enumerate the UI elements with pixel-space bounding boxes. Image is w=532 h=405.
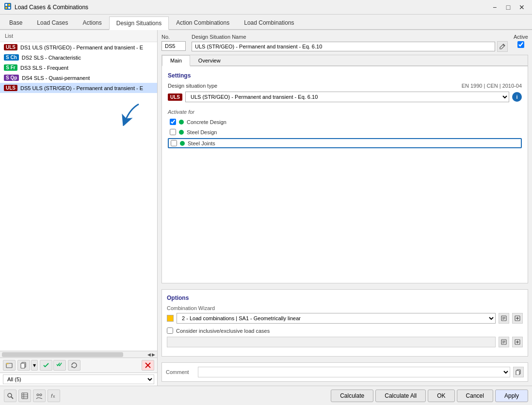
inclusive-row: Consider inclusive/exclusive load cases [167,327,523,334]
list-item-selected[interactable]: ULS DS5 ULS (STR/GEO) - Permanent and tr… [0,83,157,93]
app-icon [4,2,12,12]
name-input[interactable] [192,42,495,51]
active-group: Active [514,34,528,48]
ok-button[interactable]: OK [428,389,454,402]
list-items: ULS DS1 ULS (STR/GEO) - Permanent and tr… [0,42,157,351]
list-item[interactable]: S Ch DS2 SLS - Characteristic [0,52,157,62]
comment-label: Comment [166,369,195,375]
active-label: Active [514,34,528,40]
list-item[interactable]: S Qp DS4 SLS - Quasi-permanent [0,73,157,83]
bottom-bar: f x Calculate Calculate All OK Cancel Ap… [0,386,532,405]
badge-uls: ULS [4,44,17,50]
design-situation-type-row: Design situation type EN 1990 | CEN | 20… [168,83,522,89]
apply-button[interactable]: Apply [495,389,528,402]
filter-select[interactable]: All (5) [3,374,154,384]
check-btn[interactable] [40,360,52,371]
inclusive-input[interactable] [167,337,496,347]
combo-wizard-select[interactable]: 2 - Load combinations | SA1 - Geometrica… [177,313,496,324]
list-toolbar: ▾ [0,358,157,373]
members-icon-btn[interactable] [33,389,46,402]
horizontal-scrollbar[interactable]: ◀ ▶ [0,351,157,358]
steel-joints-checkbox[interactable] [171,140,177,146]
inclusive-edit-btn[interactable] [499,337,509,347]
edit-name-btn[interactable] [497,41,508,52]
no-input[interactable] [161,41,186,51]
list-filter-row: All (5) [0,373,157,386]
right-panel: No. Design Situation Name [158,30,532,386]
tab-design-situations[interactable]: Design Situations [109,16,169,30]
inclusive-add-btn[interactable] [512,337,523,347]
copy-dropdown[interactable]: ▾ [31,360,38,371]
search-icon-btn[interactable] [4,389,16,402]
svg-rect-4 [8,7,10,9]
delete-btn[interactable] [142,360,154,371]
main-tab-content: Settings Design situation type EN 1990 |… [162,66,528,283]
scroll-right-arrow[interactable]: ▶ [152,352,155,357]
options-title: Options [167,295,523,301]
minimize-button[interactable]: − [488,2,501,13]
inclusive-label: Consider inclusive/exclusive load cases [176,328,270,334]
maximize-button[interactable]: □ [502,2,515,13]
list-header: List [0,30,157,42]
scroll-left-arrow[interactable]: ◀ [147,352,151,357]
tab-action-combinations[interactable]: Action Combinations [169,16,237,29]
steel-label: Steel Design [187,129,217,135]
svg-rect-3 [5,7,7,9]
svg-rect-2 [8,4,10,6]
activate-steel-joints-row: Steel Joints [168,138,522,148]
combo-wizard-label: Combination Wizard [167,305,523,311]
concrete-design-checkbox[interactable] [170,119,176,125]
inner-tab-overview[interactable]: Overview [190,55,229,65]
name-input-row [192,41,508,52]
calculate-button[interactable]: Calculate [331,389,373,402]
design-type-row: ULS ULS (STR/GEO) - Permanent and transi… [168,92,522,102]
refresh-btn[interactable] [68,360,81,371]
list-item[interactable]: S Fr DS3 SLS - Frequent [0,62,157,73]
cancel-button[interactable]: Cancel [457,389,493,402]
inner-tab-main[interactable]: Main [162,55,190,66]
scrollbar-thumb[interactable] [2,352,123,357]
combo-edit-btn[interactable] [499,313,509,324]
activate-section: Activate for Concrete Design Steel Desig… [168,109,522,148]
tab-base[interactable]: Base [2,16,30,29]
list-item-text: DS2 SLS - Characteristic [22,55,81,61]
check-all-btn[interactable] [53,360,66,371]
comment-select[interactable] [198,367,510,377]
no-field-group: No. [161,34,186,51]
design-type-select[interactable]: ULS (STR/GEO) - Permanent and transient … [185,92,509,102]
tab-load-combinations[interactable]: Load Combinations [237,16,301,29]
info-btn[interactable]: i [512,92,522,102]
concrete-dot [179,120,184,125]
svg-point-34 [40,394,42,396]
activate-steel-row: Steel Design [168,128,522,136]
close-button[interactable]: ✕ [516,2,528,13]
copy-btn[interactable] [17,360,30,371]
badge-sfr: S Fr [4,64,17,71]
comment-copy-btn[interactable] [513,367,524,377]
inner-content-panel: Main Overview Settings Design situation … [161,55,528,283]
tab-load-cases[interactable]: Load Cases [30,16,75,29]
svg-rect-29 [22,393,28,399]
formula-icon-btn[interactable]: f x [48,389,60,402]
list-item-text: DS3 SLS - Frequent [20,65,68,71]
calculate-all-button[interactable]: Calculate All [375,389,426,402]
steel-design-checkbox[interactable] [170,129,176,135]
tab-actions[interactable]: Actions [75,16,109,29]
settings-title: Settings [168,72,522,79]
svg-text:x: x [53,394,55,399]
active-checkbox[interactable] [517,41,524,48]
badge-uls2: ULS [4,85,17,91]
svg-line-28 [11,397,13,399]
new-folder-btn[interactable] [3,360,16,371]
activate-concrete-row: Concrete Design [168,118,522,126]
norm-label: EN 1990 | CEN | 2010-04 [462,83,522,89]
combo-add-btn[interactable] [512,313,523,324]
steel-dot [179,130,184,135]
design-situation-type-label: Design situation type [168,83,217,89]
no-label: No. [161,34,186,40]
list-item[interactable]: ULS DS1 ULS (STR/GEO) - Permanent and tr… [0,42,157,52]
list-item-text: DS5 ULS (STR/GEO) - Permanent and transi… [20,85,143,91]
table-icon-btn[interactable] [18,389,31,402]
inclusive-checkbox[interactable] [167,327,173,334]
options-area: Options Combination Wizard 2 - Load comb… [161,289,528,357]
